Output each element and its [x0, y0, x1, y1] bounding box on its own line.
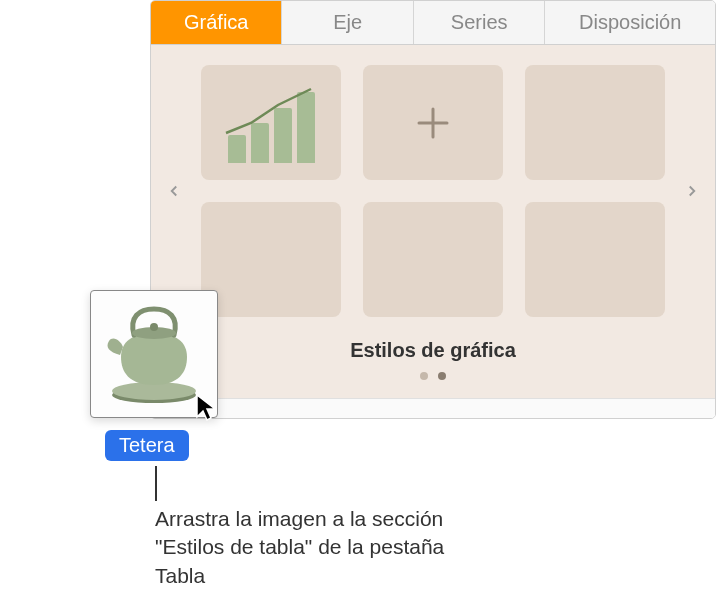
page-dots [151, 372, 715, 380]
tab-eje[interactable]: Eje [282, 1, 413, 44]
mini-bar-chart-icon [221, 83, 321, 163]
style-tile-chart[interactable] [201, 65, 341, 180]
panel-bottom-strip [151, 398, 715, 418]
style-tile-empty[interactable] [363, 202, 503, 317]
cursor-icon [195, 393, 221, 427]
style-tile-empty[interactable] [525, 65, 665, 180]
style-tile-add[interactable] [363, 65, 503, 180]
callout-line [155, 466, 157, 501]
style-tile-empty[interactable] [525, 202, 665, 317]
page-dot-active[interactable] [438, 372, 446, 380]
styles-grid [189, 65, 677, 317]
styles-caption: Estilos de gráfica [151, 339, 715, 362]
tab-grafica[interactable]: Gráfica [151, 1, 282, 44]
plus-icon [413, 103, 453, 143]
teapot-image [99, 297, 209, 411]
styles-carousel [151, 65, 715, 317]
page-dot[interactable] [420, 372, 428, 380]
chevron-left-icon[interactable] [159, 182, 189, 200]
svg-point-5 [150, 323, 158, 331]
style-tile-empty[interactable] [201, 202, 341, 317]
tab-bar: Gráfica Eje Series Disposición [151, 1, 715, 45]
callout-text: Arrastra la imagen a la sección "Estilos… [155, 505, 475, 590]
chevron-right-icon[interactable] [677, 182, 707, 200]
chart-styles-section: Estilos de gráfica [151, 45, 715, 398]
drag-tooltip-label: Tetera [105, 430, 189, 461]
tab-series[interactable]: Series [414, 1, 545, 44]
inspector-panel: Gráfica Eje Series Disposición [150, 0, 716, 419]
tab-disposicion[interactable]: Disposición [545, 1, 715, 44]
